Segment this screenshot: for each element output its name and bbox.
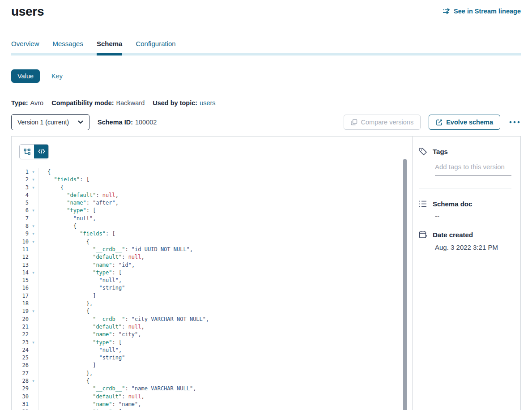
fold-toggle-icon[interactable]: ▾ <box>29 408 38 410</box>
line-number: 24 <box>12 346 29 354</box>
version-select-value: Version 1 (current) <box>17 119 69 126</box>
value-toggle-button[interactable]: Value <box>11 69 40 83</box>
code-line-text: "null", <box>38 346 412 354</box>
meta-compatibility: Compatibility mode: Backward <box>51 99 145 107</box>
code-line: 25 "string" <box>12 354 412 362</box>
line-number: 22 <box>12 331 29 338</box>
code-line: 12 "default": null, <box>12 253 412 261</box>
schema-panel: 1▾{2▾ "fields": [3▾ {4 "default": null,5… <box>11 136 521 410</box>
add-tags-input[interactable] <box>435 163 511 175</box>
fold-toggle-icon[interactable]: ▾ <box>29 308 38 315</box>
fold-gutter <box>29 199 38 207</box>
chevron-down-icon <box>78 120 83 124</box>
tree-view-button[interactable] <box>20 145 34 159</box>
fold-toggle-icon[interactable]: ▾ <box>29 230 38 238</box>
evolve-schema-button[interactable]: Evolve schema <box>429 115 500 130</box>
meta-used-by-topic-label: Used by topic: <box>153 99 197 107</box>
fold-gutter <box>29 393 38 401</box>
code-line: 15 "null", <box>12 277 412 284</box>
fold-gutter <box>29 362 38 369</box>
code-line: 5 "name": "after", <box>12 199 412 207</box>
code-line: 29 "__crdb__": "name VARCHAR NULL", <box>12 385 412 393</box>
code-line: 3▾ { <box>12 184 412 192</box>
fold-toggle-icon[interactable]: ▾ <box>29 176 38 184</box>
fold-gutter <box>29 284 38 292</box>
compare-versions-button[interactable]: Compare versions <box>344 115 421 130</box>
fold-toggle-icon[interactable]: ▾ <box>29 377 38 385</box>
code-line: 1▾{ <box>12 168 412 176</box>
code-line: 13 "name": "id", <box>12 261 412 269</box>
code-line: 27 }, <box>12 370 412 377</box>
code-line-text: "default": null, <box>38 253 412 261</box>
code-scrollbar-thumb[interactable] <box>403 159 407 410</box>
fold-toggle-icon[interactable]: ▾ <box>29 339 38 346</box>
code-line-text: "type": [ <box>38 408 412 410</box>
code-line-text: "type": [ <box>38 269 412 277</box>
fold-toggle-icon[interactable]: ▾ <box>29 207 38 214</box>
line-number: 21 <box>12 323 29 331</box>
code-line-text: ] <box>38 292 412 300</box>
tab-overview[interactable]: Overview <box>11 40 39 56</box>
code-line-text: "default": null, <box>38 192 412 199</box>
more-actions-button[interactable] <box>508 120 521 124</box>
fold-toggle-icon[interactable]: ▾ <box>29 184 38 192</box>
line-number: 27 <box>12 370 29 377</box>
line-number: 31 <box>12 401 29 408</box>
see-in-stream-lineage-link[interactable]: See in Stream lineage <box>443 8 521 15</box>
schema-doc-title: Schema doc <box>433 200 472 208</box>
code-line-text: "name": "after", <box>38 199 412 207</box>
fold-gutter <box>29 323 38 331</box>
fold-gutter <box>29 192 38 199</box>
version-select[interactable]: Version 1 (current) <box>11 114 89 130</box>
code-line-text: "fields": [ <box>38 176 412 184</box>
page-header: users See in Stream lineage <box>11 4 521 19</box>
code-line-text: "default": null, <box>38 323 412 331</box>
code-line-text: "string" <box>38 354 412 362</box>
code-line: 22 "name": "city", <box>12 331 412 338</box>
code-line: 10▾ { <box>12 238 412 246</box>
schema-meta-row: Type: Avro Compatibility mode: Backward … <box>11 99 521 107</box>
line-number: 16 <box>12 284 29 292</box>
date-created-value: Aug. 3 2022 3:21 PM <box>435 243 520 251</box>
line-number: 20 <box>12 316 29 323</box>
tab-configuration[interactable]: Configuration <box>136 40 175 56</box>
tab-schema[interactable]: Schema <box>97 40 123 56</box>
fold-gutter <box>29 292 38 300</box>
code-line: 7 "null", <box>12 215 412 222</box>
code-line-text: "__crdb__": "name VARCHAR NULL", <box>38 385 412 393</box>
code-line-text: { <box>38 184 412 192</box>
used-by-topic-link[interactable]: users <box>200 99 215 107</box>
key-toggle-link[interactable]: Key <box>51 73 63 80</box>
line-number: 19 <box>12 308 29 315</box>
code-line-text: }, <box>38 300 412 308</box>
tab-messages[interactable]: Messages <box>53 40 83 56</box>
evolve-schema-label: Evolve schema <box>446 119 493 126</box>
fold-toggle-icon[interactable]: ▾ <box>29 168 38 176</box>
code-line: 26 ] <box>12 362 412 369</box>
code-line: 11 "__crdb__": "id UUID NOT NULL", <box>12 246 412 253</box>
value-key-toggle: Value Key <box>11 69 521 83</box>
code-line-text: { <box>38 308 412 315</box>
tags-section-header: Tags <box>419 147 520 156</box>
fold-toggle-icon[interactable]: ▾ <box>29 269 38 277</box>
line-number: 11 <box>12 246 29 253</box>
code-line-text: { <box>38 168 412 176</box>
evolve-schema-icon <box>436 119 443 126</box>
code-line: 9▾ "fields": [ <box>12 230 412 238</box>
meta-type-value: Avro <box>30 99 44 107</box>
code-line-text: "type": [ <box>38 339 412 346</box>
fold-toggle-icon[interactable]: ▾ <box>29 222 38 230</box>
calendar-plus-icon <box>419 231 427 239</box>
code-view-button[interactable] <box>34 144 49 158</box>
line-number: 12 <box>12 253 29 261</box>
line-number: 13 <box>12 261 29 269</box>
code-line-text: "__crdb__": "id UUID NOT NULL", <box>38 246 412 253</box>
compare-versions-label: Compare versions <box>361 119 414 126</box>
code-line: 21 "default": null, <box>12 323 412 331</box>
line-number: 9 <box>12 230 29 238</box>
fold-toggle-icon[interactable]: ▾ <box>29 238 38 246</box>
ellipsis-icon <box>509 121 520 124</box>
code-line: 24 "null", <box>12 346 412 354</box>
line-number: 17 <box>12 292 29 300</box>
line-number: 30 <box>12 393 29 401</box>
